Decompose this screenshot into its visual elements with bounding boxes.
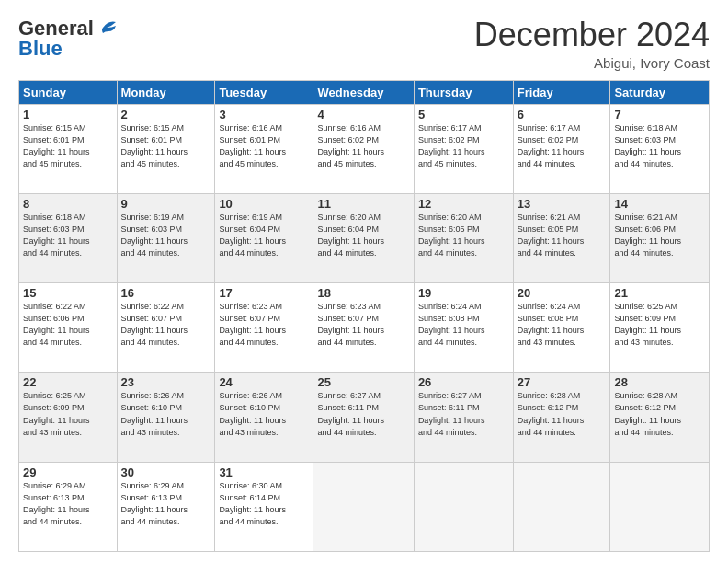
- day-info: Sunrise: 6:22 AM Sunset: 6:06 PM Dayligh…: [23, 301, 113, 349]
- table-row: 19Sunrise: 6:24 AM Sunset: 6:08 PM Dayli…: [414, 283, 513, 373]
- day-number: 19: [418, 286, 509, 300]
- day-number: 1: [23, 108, 113, 121]
- table-row: 13Sunrise: 6:21 AM Sunset: 6:05 PM Dayli…: [513, 193, 610, 282]
- day-number: 13: [518, 197, 607, 211]
- calendar-week-row: 15Sunrise: 6:22 AM Sunset: 6:06 PM Dayli…: [19, 283, 710, 373]
- table-row: 21Sunrise: 6:25 AM Sunset: 6:09 PM Dayli…: [610, 283, 710, 373]
- day-info: Sunrise: 6:16 AM Sunset: 6:02 PM Dayligh…: [317, 122, 409, 170]
- day-number: 27: [518, 375, 607, 389]
- calendar-table: Sunday Monday Tuesday Wednesday Thursday…: [18, 80, 710, 552]
- table-row: 3Sunrise: 6:16 AM Sunset: 6:01 PM Daylig…: [215, 104, 313, 193]
- table-row: 18Sunrise: 6:23 AM Sunset: 6:07 PM Dayli…: [313, 283, 414, 373]
- day-number: 25: [317, 375, 409, 389]
- day-number: 20: [518, 286, 607, 300]
- day-info: Sunrise: 6:25 AM Sunset: 6:09 PM Dayligh…: [614, 301, 705, 349]
- day-number: 5: [418, 108, 509, 121]
- logo-blue: Blue: [18, 37, 63, 61]
- col-friday: Friday: [513, 80, 610, 104]
- day-info: Sunrise: 6:22 AM Sunset: 6:07 PM Dayligh…: [121, 301, 211, 349]
- day-info: Sunrise: 6:28 AM Sunset: 6:12 PM Dayligh…: [614, 390, 705, 438]
- col-sunday: Sunday: [19, 80, 118, 104]
- day-info: Sunrise: 6:20 AM Sunset: 6:04 PM Dayligh…: [317, 212, 409, 259]
- table-row: 20Sunrise: 6:24 AM Sunset: 6:08 PM Dayli…: [513, 283, 610, 373]
- day-number: 11: [317, 197, 409, 211]
- day-info: Sunrise: 6:24 AM Sunset: 6:08 PM Dayligh…: [518, 301, 607, 349]
- title-section: December 2024 Abigui, Ivory Coast: [474, 17, 710, 71]
- table-row: 25Sunrise: 6:27 AM Sunset: 6:11 PM Dayli…: [313, 373, 414, 462]
- col-monday: Monday: [117, 80, 215, 104]
- table-row: 16Sunrise: 6:22 AM Sunset: 6:07 PM Dayli…: [117, 283, 215, 373]
- table-row: [313, 462, 414, 551]
- table-row: 26Sunrise: 6:27 AM Sunset: 6:11 PM Dayli…: [414, 373, 513, 462]
- day-number: 21: [614, 286, 705, 300]
- day-info: Sunrise: 6:28 AM Sunset: 6:12 PM Dayligh…: [518, 390, 607, 438]
- table-row: 6Sunrise: 6:17 AM Sunset: 6:02 PM Daylig…: [513, 104, 610, 193]
- day-number: 30: [121, 465, 211, 479]
- day-info: Sunrise: 6:23 AM Sunset: 6:07 PM Dayligh…: [317, 301, 409, 349]
- day-info: Sunrise: 6:16 AM Sunset: 6:01 PM Dayligh…: [219, 122, 309, 170]
- header-row: Sunday Monday Tuesday Wednesday Thursday…: [19, 80, 710, 104]
- location: Abigui, Ivory Coast: [474, 55, 710, 71]
- month-title: December 2024: [474, 17, 710, 53]
- table-row: 11Sunrise: 6:20 AM Sunset: 6:04 PM Dayli…: [313, 193, 414, 282]
- calendar-week-row: 29Sunrise: 6:29 AM Sunset: 6:13 PM Dayli…: [19, 462, 710, 551]
- day-info: Sunrise: 6:30 AM Sunset: 6:14 PM Dayligh…: [219, 480, 309, 528]
- table-row: 10Sunrise: 6:19 AM Sunset: 6:04 PM Dayli…: [215, 193, 313, 282]
- table-row: [610, 462, 710, 551]
- day-number: 23: [121, 375, 211, 389]
- day-number: 26: [418, 375, 509, 389]
- day-number: 22: [23, 375, 113, 389]
- day-info: Sunrise: 6:25 AM Sunset: 6:09 PM Dayligh…: [23, 390, 113, 438]
- day-number: 24: [219, 375, 309, 389]
- day-number: 8: [23, 197, 113, 211]
- col-wednesday: Wednesday: [313, 80, 414, 104]
- calendar-week-row: 1Sunrise: 6:15 AM Sunset: 6:01 PM Daylig…: [19, 104, 710, 193]
- day-info: Sunrise: 6:19 AM Sunset: 6:04 PM Dayligh…: [219, 212, 309, 259]
- col-saturday: Saturday: [610, 80, 710, 104]
- day-info: Sunrise: 6:21 AM Sunset: 6:05 PM Dayligh…: [518, 212, 607, 259]
- day-number: 3: [219, 108, 309, 121]
- day-number: 7: [614, 108, 705, 121]
- table-row: 17Sunrise: 6:23 AM Sunset: 6:07 PM Dayli…: [215, 283, 313, 373]
- day-number: 2: [121, 108, 211, 121]
- table-row: 22Sunrise: 6:25 AM Sunset: 6:09 PM Dayli…: [19, 373, 118, 462]
- day-number: 29: [23, 465, 113, 479]
- table-row: 24Sunrise: 6:26 AM Sunset: 6:10 PM Dayli…: [215, 373, 313, 462]
- day-info: Sunrise: 6:18 AM Sunset: 6:03 PM Dayligh…: [23, 212, 113, 259]
- day-number: 18: [317, 286, 409, 300]
- day-info: Sunrise: 6:24 AM Sunset: 6:08 PM Dayligh…: [418, 301, 509, 349]
- table-row: 30Sunrise: 6:29 AM Sunset: 6:13 PM Dayli…: [117, 462, 215, 551]
- day-info: Sunrise: 6:17 AM Sunset: 6:02 PM Dayligh…: [418, 122, 509, 170]
- day-info: Sunrise: 6:27 AM Sunset: 6:11 PM Dayligh…: [418, 390, 509, 438]
- table-row: 7Sunrise: 6:18 AM Sunset: 6:03 PM Daylig…: [610, 104, 710, 193]
- day-number: 12: [418, 197, 509, 211]
- calendar-week-row: 8Sunrise: 6:18 AM Sunset: 6:03 PM Daylig…: [19, 193, 710, 282]
- day-info: Sunrise: 6:26 AM Sunset: 6:10 PM Dayligh…: [219, 390, 309, 438]
- day-number: 9: [121, 197, 211, 211]
- table-row: 5Sunrise: 6:17 AM Sunset: 6:02 PM Daylig…: [414, 104, 513, 193]
- page: General Blue December 2024 Abigui, Ivory…: [0, 0, 728, 563]
- day-info: Sunrise: 6:26 AM Sunset: 6:10 PM Dayligh…: [121, 390, 211, 438]
- day-number: 17: [219, 286, 309, 300]
- day-info: Sunrise: 6:29 AM Sunset: 6:13 PM Dayligh…: [121, 480, 211, 528]
- day-info: Sunrise: 6:21 AM Sunset: 6:06 PM Dayligh…: [614, 212, 705, 259]
- day-number: 28: [614, 375, 705, 389]
- table-row: 14Sunrise: 6:21 AM Sunset: 6:06 PM Dayli…: [610, 193, 710, 282]
- table-row: 29Sunrise: 6:29 AM Sunset: 6:13 PM Dayli…: [19, 462, 118, 551]
- day-number: 10: [219, 197, 309, 211]
- table-row: 4Sunrise: 6:16 AM Sunset: 6:02 PM Daylig…: [313, 104, 414, 193]
- day-info: Sunrise: 6:18 AM Sunset: 6:03 PM Dayligh…: [614, 122, 705, 170]
- day-info: Sunrise: 6:29 AM Sunset: 6:13 PM Dayligh…: [23, 480, 113, 528]
- logo-bird-icon: [96, 20, 118, 35]
- day-info: Sunrise: 6:17 AM Sunset: 6:02 PM Dayligh…: [518, 122, 607, 170]
- day-number: 16: [121, 286, 211, 300]
- table-row: 27Sunrise: 6:28 AM Sunset: 6:12 PM Dayli…: [513, 373, 610, 462]
- day-info: Sunrise: 6:23 AM Sunset: 6:07 PM Dayligh…: [219, 301, 309, 349]
- day-number: 15: [23, 286, 113, 300]
- calendar-week-row: 22Sunrise: 6:25 AM Sunset: 6:09 PM Dayli…: [19, 373, 710, 462]
- col-thursday: Thursday: [414, 80, 513, 104]
- table-row: 23Sunrise: 6:26 AM Sunset: 6:10 PM Dayli…: [117, 373, 215, 462]
- logo: General Blue: [18, 17, 118, 61]
- table-row: [513, 462, 610, 551]
- table-row: 2Sunrise: 6:15 AM Sunset: 6:01 PM Daylig…: [117, 104, 215, 193]
